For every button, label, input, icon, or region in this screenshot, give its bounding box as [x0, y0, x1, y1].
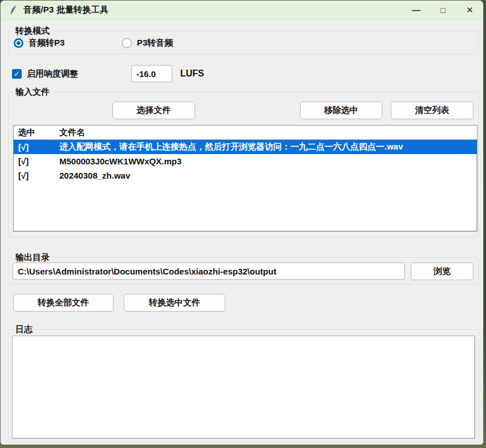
convert-all-button[interactable]: 转换全部文件 [13, 294, 114, 312]
mode-group-label: 转换模式 [13, 25, 52, 37]
log-label: 日志 [13, 324, 35, 335]
row-checked-mark: [√] [14, 156, 58, 166]
row-filename: 20240308_zh.wav [58, 171, 477, 180]
file-table-body: [√]进入配网模式，请在手机上连接热点，然后打开浏览器访问：一九二点一六八点四点… [14, 140, 477, 183]
row-checked-mark: [√] [14, 171, 58, 180]
loudness-checkbox[interactable]: ✓ [12, 69, 22, 79]
convert-selected-button[interactable]: 转换选中文件 [124, 294, 225, 312]
row-filename: 进入配网模式，请在手机上连接热点，然后打开浏览器访问：一九二点一六八点四点一.w… [58, 142, 477, 152]
minimize-button[interactable]: — [403, 1, 430, 19]
browse-button[interactable]: 浏览 [411, 263, 473, 280]
loudness-checkbox-label[interactable]: 启用响度调整 [27, 68, 78, 79]
app-window: 音频/P3 批量转换工具 — □ × 转换模式 音频转P3 P3转音频 ✓ 启用… [0, 0, 484, 445]
output-dir-label: 输出目录 [13, 252, 52, 263]
clear-list-button[interactable]: 清空列表 [391, 102, 473, 119]
app-feather-icon [8, 5, 18, 15]
row-checked-mark: [√] [14, 142, 58, 152]
loudness-value-input[interactable] [131, 65, 172, 82]
lufs-unit-label: LUFS [180, 68, 204, 79]
mode-group: 转换模式 音频转P3 P3转音频 [9, 31, 479, 54]
radio-label: P3转音频 [137, 38, 173, 49]
table-row[interactable]: [√]进入配网模式，请在手机上连接热点，然后打开浏览器访问：一九二点一六八点四点… [14, 140, 477, 154]
table-row[interactable]: [√]20240308_zh.wav [14, 168, 477, 183]
file-table-header: 选中 文件名 [14, 126, 477, 140]
select-files-button[interactable]: 选择文件 [112, 102, 195, 119]
log-textarea[interactable] [12, 336, 475, 439]
close-button[interactable]: × [456, 1, 483, 19]
file-table: 选中 文件名 [√]进入配网模式，请在手机上连接热点，然后打开浏览器访问：一九二… [13, 125, 477, 232]
loudness-row: ✓ 启用响度调整 LUFS [12, 65, 204, 82]
output-dir-input[interactable] [13, 263, 405, 280]
table-row[interactable]: [√]M500003J0cWK1WWxQX.mp3 [14, 154, 477, 168]
radio-dot-unselected-icon [122, 38, 132, 48]
radio-dot-selected-icon [14, 38, 23, 48]
radio-p3-to-audio[interactable]: P3转音频 [122, 38, 173, 49]
radio-audio-to-p3[interactable]: 音频转P3 [14, 38, 64, 49]
window-title: 音频/P3 批量转换工具 [23, 5, 108, 15]
column-header-filename[interactable]: 文件名 [58, 127, 477, 138]
input-files-label: 输入文件 [13, 86, 52, 98]
radio-label: 音频转P3 [29, 38, 64, 49]
maximize-button[interactable]: □ [430, 1, 456, 19]
output-dir-group: 输出目录 浏览 [9, 257, 479, 284]
column-header-checked[interactable]: 选中 [14, 127, 58, 138]
title-bar: 音频/P3 批量转换工具 — □ × [1, 1, 483, 20]
row-filename: M500003J0cWK1WWxQX.mp3 [58, 156, 477, 166]
remove-selected-button[interactable]: 移除选中 [300, 102, 382, 119]
window-controls: — □ × [403, 1, 483, 19]
